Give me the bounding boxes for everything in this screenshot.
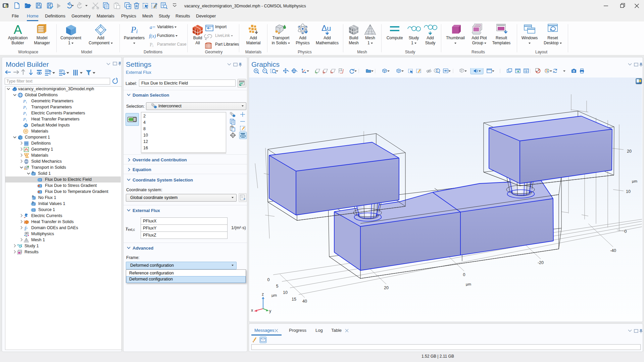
svg-text:i: i bbox=[26, 107, 27, 110]
svg-text:15: 15 bbox=[292, 297, 296, 302]
svg-text:µm: µm bbox=[632, 179, 637, 183]
svg-text:20: 20 bbox=[627, 149, 632, 154]
svg-text:D: D bbox=[32, 201, 34, 204]
svg-text:P: P bbox=[23, 111, 26, 116]
svg-text:vacancy_electromigration_3Dmod: vacancy_electromigration_3Dmodel.mph - C… bbox=[184, 4, 306, 8]
svg-text:i: i bbox=[26, 119, 27, 122]
svg-text:µm: µm bbox=[271, 293, 277, 297]
svg-text:P: P bbox=[23, 99, 26, 104]
svg-text:A: A bbox=[14, 23, 22, 37]
svg-text:+: + bbox=[24, 216, 26, 218]
svg-text:i: i bbox=[26, 101, 27, 104]
svg-text:Pi: Pi bbox=[131, 25, 138, 35]
svg-text:0: 0 bbox=[463, 272, 465, 277]
svg-text:40: 40 bbox=[302, 299, 307, 304]
svg-text:20: 20 bbox=[384, 286, 389, 290]
svg-text:f(x): f(x) bbox=[149, 33, 156, 39]
svg-text:5: 5 bbox=[276, 284, 279, 289]
svg-text:Δu: Δu bbox=[321, 23, 331, 33]
svg-text:µm: µm bbox=[466, 282, 471, 286]
svg-text:z: z bbox=[262, 292, 264, 297]
svg-text:D: D bbox=[32, 195, 34, 198]
svg-text:D: D bbox=[32, 171, 34, 174]
svg-text:x: x bbox=[251, 308, 253, 313]
svg-text:dt: dt bbox=[24, 228, 27, 230]
svg-text:Pi: Pi bbox=[150, 42, 153, 48]
svg-text:P: P bbox=[23, 117, 26, 122]
svg-text:-20: -20 bbox=[538, 260, 544, 265]
svg-text:0: 0 bbox=[267, 277, 270, 282]
svg-text:P: P bbox=[23, 105, 26, 110]
svg-text:i: i bbox=[26, 113, 27, 116]
svg-text:_: _ bbox=[27, 216, 29, 218]
svg-text:y: y bbox=[269, 309, 271, 313]
svg-text:10: 10 bbox=[626, 189, 631, 194]
svg-text:10: 10 bbox=[283, 290, 288, 295]
svg-text:0: 0 bbox=[625, 229, 627, 234]
svg-text:-40: -40 bbox=[610, 248, 616, 253]
svg-text:a=: a= bbox=[150, 24, 156, 30]
